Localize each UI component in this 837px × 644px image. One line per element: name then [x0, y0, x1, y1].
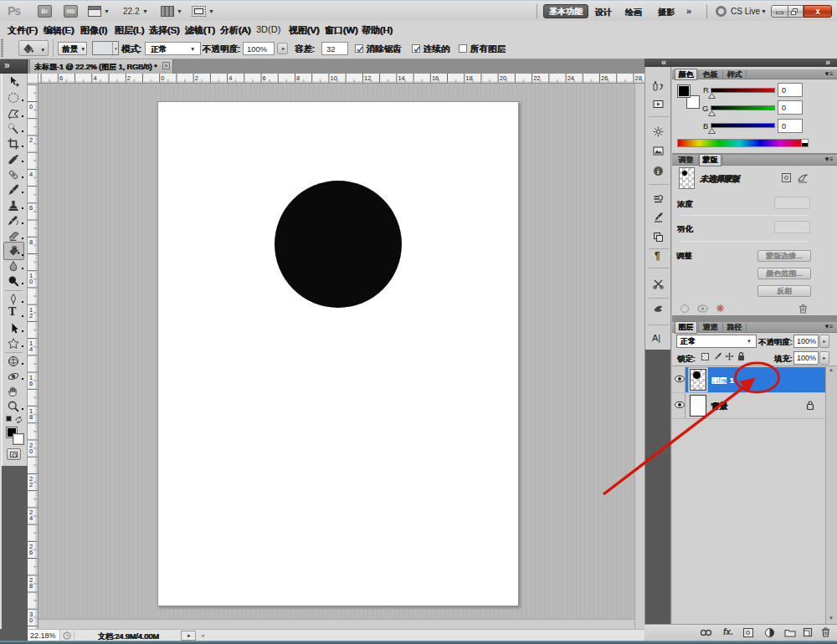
svg-text:22: 22 — [533, 74, 540, 82]
svg-text:6: 6 — [29, 549, 33, 556]
svg-text:0: 0 — [29, 278, 33, 285]
svg-text:28: 28 — [635, 74, 642, 82]
svg-text:8: 8 — [29, 413, 33, 421]
svg-text:2: 2 — [29, 481, 33, 488]
svg-text:12: 12 — [364, 74, 371, 82]
svg-text:0: 0 — [29, 103, 33, 110]
svg-text:0: 0 — [29, 616, 33, 624]
svg-text:4: 4 — [29, 345, 33, 353]
svg-text:26: 26 — [601, 74, 608, 82]
svg-text:6: 6 — [263, 74, 266, 82]
svg-text:8: 8 — [296, 74, 300, 82]
svg-text:6: 6 — [59, 74, 63, 82]
svg-text:4: 4 — [229, 74, 232, 82]
svg-text:4: 4 — [93, 74, 96, 82]
svg-text:2: 2 — [29, 136, 33, 144]
svg-text:10: 10 — [331, 74, 337, 82]
svg-text:0: 0 — [161, 74, 164, 82]
svg-text:18: 18 — [465, 74, 472, 82]
svg-text:6: 6 — [29, 380, 33, 387]
svg-text:6: 6 — [29, 204, 33, 212]
svg-text:4: 4 — [29, 514, 33, 522]
svg-text:0: 0 — [29, 447, 33, 455]
svg-text:20: 20 — [500, 74, 506, 82]
svg-text:2: 2 — [127, 74, 131, 82]
svg-text:2: 2 — [29, 312, 33, 319]
svg-text:8: 8 — [29, 238, 33, 246]
svg-text:8: 8 — [29, 582, 33, 590]
svg-text:24: 24 — [567, 74, 574, 82]
svg-text:16: 16 — [432, 74, 439, 82]
svg-text:4: 4 — [29, 171, 33, 178]
svg-text:2: 2 — [195, 74, 198, 82]
svg-text:14: 14 — [398, 74, 404, 82]
